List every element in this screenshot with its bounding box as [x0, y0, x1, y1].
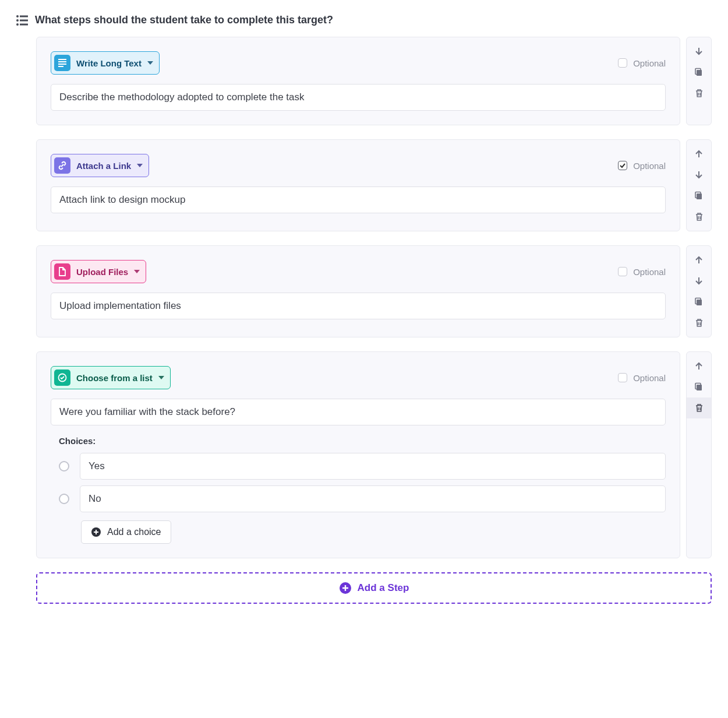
- step-actions: [686, 351, 712, 558]
- chevron-down-icon: [134, 270, 140, 274]
- step-card: Attach a Link Optional: [36, 139, 680, 231]
- step-title-input[interactable]: [51, 293, 666, 319]
- step-type-label: Choose from a list: [76, 373, 153, 383]
- optional-label: Optional: [633, 161, 666, 171]
- step-row: Upload Files Optional: [36, 245, 712, 337]
- add-step-button[interactable]: Add a Step: [36, 572, 712, 604]
- step-actions: [686, 139, 712, 231]
- move-up-button[interactable]: [687, 356, 711, 376]
- choices-heading: Choices:: [59, 436, 666, 446]
- move-up-button[interactable]: [687, 143, 711, 164]
- checkbox-icon: [618, 267, 627, 276]
- checkbox-icon: [618, 58, 627, 68]
- add-choice-label: Add a choice: [107, 527, 161, 537]
- optional-toggle[interactable]: Optional: [618, 373, 666, 383]
- long-text-icon: [54, 55, 70, 71]
- move-down-button[interactable]: [687, 164, 711, 185]
- step-title-input[interactable]: [51, 399, 666, 425]
- optional-label: Optional: [633, 58, 666, 68]
- svg-rect-3: [20, 19, 28, 21]
- choice-input[interactable]: [80, 453, 666, 480]
- list-icon: [16, 15, 28, 26]
- step-type-selector[interactable]: Choose from a list: [51, 366, 171, 389]
- delete-button[interactable]: [687, 206, 711, 227]
- plus-circle-icon: [91, 527, 101, 537]
- optional-toggle[interactable]: Optional: [618, 58, 666, 68]
- plus-circle-icon: [339, 582, 352, 594]
- delete-button[interactable]: [687, 397, 711, 418]
- step-type-label: Upload Files: [76, 267, 128, 277]
- radio-icon[interactable]: [59, 461, 69, 471]
- delete-button[interactable]: [687, 83, 711, 104]
- move-down-button[interactable]: [687, 270, 711, 291]
- add-choice-button[interactable]: Add a choice: [81, 520, 171, 544]
- step-type-selector[interactable]: Attach a Link: [51, 154, 149, 177]
- section-heading-text: What steps should the student take to co…: [35, 14, 333, 26]
- checkbox-icon: [618, 373, 627, 382]
- step-card: Write Long Text Optional: [36, 37, 680, 125]
- step-type-selector[interactable]: Write Long Text: [51, 51, 160, 75]
- copy-button[interactable]: [687, 62, 711, 83]
- move-up-button[interactable]: [687, 249, 711, 270]
- radio-icon[interactable]: [59, 494, 69, 504]
- svg-point-0: [16, 15, 19, 17]
- optional-toggle[interactable]: Optional: [618, 267, 666, 277]
- copy-button[interactable]: [687, 291, 711, 312]
- optional-label: Optional: [633, 373, 666, 383]
- svg-point-4: [16, 23, 19, 26]
- step-actions: [686, 245, 712, 337]
- svg-rect-5: [20, 23, 28, 25]
- step-title-input[interactable]: [51, 186, 666, 213]
- check-circle-icon: [54, 369, 70, 386]
- chevron-down-icon: [147, 61, 153, 65]
- step-type-label: Write Long Text: [76, 58, 142, 68]
- section-heading: What steps should the student take to co…: [16, 14, 712, 26]
- chevron-down-icon: [158, 376, 164, 380]
- file-icon: [54, 263, 70, 280]
- choice-input[interactable]: [80, 485, 666, 512]
- copy-button[interactable]: [687, 185, 711, 206]
- step-row: Attach a Link Optional: [36, 139, 712, 231]
- svg-rect-1: [20, 15, 28, 17]
- optional-label: Optional: [633, 267, 666, 277]
- choice-row: [59, 485, 666, 512]
- step-type-label: Attach a Link: [76, 161, 131, 171]
- optional-toggle[interactable]: Optional: [618, 161, 666, 171]
- add-step-label: Add a Step: [358, 582, 409, 594]
- copy-button[interactable]: [687, 376, 711, 397]
- step-row: Write Long Text Optional: [36, 37, 712, 125]
- step-card: Upload Files Optional: [36, 245, 680, 337]
- step-card: Choose from a list Optional Choices:: [36, 351, 680, 558]
- choice-row: [59, 453, 666, 480]
- step-title-input[interactable]: [51, 84, 666, 111]
- link-icon: [54, 157, 70, 174]
- step-actions: [686, 37, 712, 125]
- chevron-down-icon: [137, 164, 143, 168]
- delete-button[interactable]: [687, 312, 711, 333]
- step-row: Choose from a list Optional Choices:: [36, 351, 712, 558]
- svg-point-2: [16, 19, 19, 22]
- step-type-selector[interactable]: Upload Files: [51, 260, 146, 283]
- move-down-button[interactable]: [687, 41, 711, 62]
- checkbox-icon: [618, 161, 627, 170]
